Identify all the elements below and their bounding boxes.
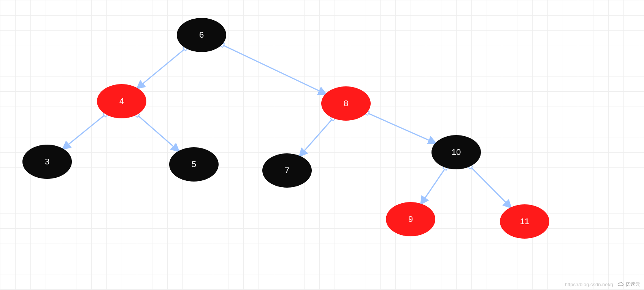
tree-edge bbox=[63, 114, 106, 149]
tree-node-7[interactable]: 7 bbox=[262, 153, 312, 188]
node-label: 3 bbox=[45, 157, 49, 167]
node-label: 9 bbox=[408, 214, 413, 224]
watermark-brand: 亿速云 bbox=[625, 281, 640, 288]
tree-edge bbox=[421, 168, 446, 204]
node-label: 11 bbox=[520, 217, 529, 226]
tree-node-5[interactable]: 5 bbox=[169, 147, 219, 182]
tree-node-10[interactable]: 10 bbox=[431, 135, 481, 169]
tree-edge bbox=[367, 113, 435, 143]
tree-edge bbox=[470, 166, 511, 207]
tree-node-8[interactable]: 8 bbox=[321, 86, 371, 121]
node-label: 7 bbox=[285, 166, 289, 175]
diagram-canvas[interactable]: 64835710911 https://blog.csdn.net/q 亿速云 bbox=[0, 0, 644, 290]
node-label: 4 bbox=[119, 96, 124, 106]
tree-edge bbox=[138, 48, 186, 88]
node-label: 6 bbox=[199, 30, 204, 40]
edge-layer bbox=[0, 0, 644, 290]
tree-node-9[interactable]: 9 bbox=[386, 202, 435, 236]
tree-node-11[interactable]: 11 bbox=[500, 204, 549, 239]
watermark: https://blog.csdn.net/q 亿速云 bbox=[565, 281, 640, 288]
tree-node-4[interactable]: 4 bbox=[97, 84, 146, 118]
watermark-faint: https://blog.csdn.net/q bbox=[565, 282, 613, 287]
node-label: 8 bbox=[344, 99, 348, 108]
tree-edge bbox=[137, 115, 178, 151]
tree-node-6[interactable]: 6 bbox=[177, 18, 226, 52]
tree-node-3[interactable]: 3 bbox=[22, 145, 72, 179]
node-label: 5 bbox=[192, 159, 196, 169]
node-label: 10 bbox=[452, 147, 461, 157]
tree-edge bbox=[222, 45, 326, 94]
tree-edge bbox=[300, 118, 333, 156]
cloud-icon bbox=[617, 282, 624, 287]
